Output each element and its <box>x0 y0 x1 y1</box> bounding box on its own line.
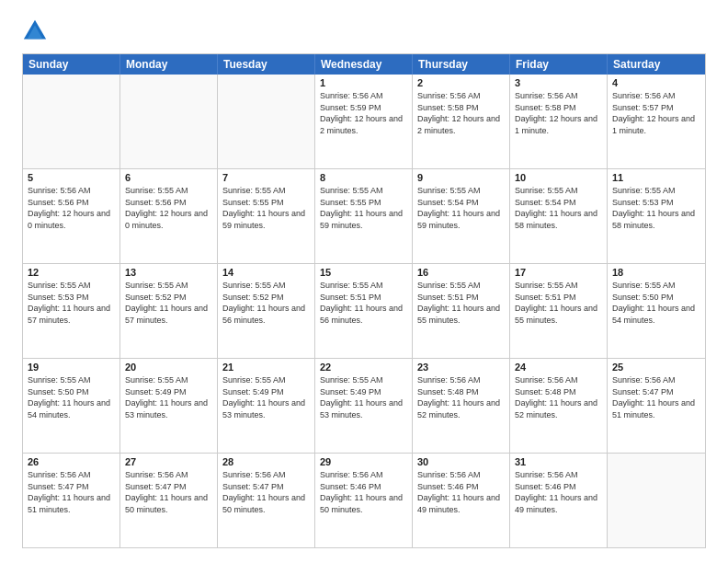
day-number: 20 <box>125 362 212 373</box>
calendar-cell: 31Sunrise: 5:56 AMSunset: 5:46 PMDayligh… <box>510 454 608 547</box>
calendar-cell: 24Sunrise: 5:56 AMSunset: 5:48 PMDayligh… <box>510 359 608 453</box>
day-info: Sunrise: 5:55 AMSunset: 5:52 PMDaylight:… <box>222 280 310 326</box>
day-info: Sunrise: 5:56 AMSunset: 5:59 PMDaylight:… <box>320 90 407 136</box>
day-number: 6 <box>125 172 212 183</box>
calendar-cell <box>23 75 120 168</box>
day-info: Sunrise: 5:55 AMSunset: 5:49 PMDaylight:… <box>320 374 407 420</box>
day-info: Sunrise: 5:56 AMSunset: 5:46 PMDaylight:… <box>417 469 505 515</box>
page: SundayMondayTuesdayWednesdayThursdayFrid… <box>0 0 728 563</box>
day-info: Sunrise: 5:56 AMSunset: 5:47 PMDaylight:… <box>28 469 115 515</box>
day-info: Sunrise: 5:56 AMSunset: 5:58 PMDaylight:… <box>515 90 602 136</box>
calendar-cell: 27Sunrise: 5:56 AMSunset: 5:47 PMDayligh… <box>120 454 218 547</box>
header-day-friday: Friday <box>510 54 608 75</box>
day-number: 17 <box>515 267 602 278</box>
day-info: Sunrise: 5:56 AMSunset: 5:47 PMDaylight:… <box>612 374 700 420</box>
calendar-cell: 21Sunrise: 5:55 AMSunset: 5:49 PMDayligh… <box>218 359 315 453</box>
calendar-cell <box>218 75 315 168</box>
day-info: Sunrise: 5:55 AMSunset: 5:49 PMDaylight:… <box>222 374 310 420</box>
day-info: Sunrise: 5:55 AMSunset: 5:54 PMDaylight:… <box>417 185 505 231</box>
calendar-cell: 25Sunrise: 5:56 AMSunset: 5:47 PMDayligh… <box>608 359 705 453</box>
day-number: 10 <box>515 172 602 183</box>
calendar-cell: 15Sunrise: 5:55 AMSunset: 5:51 PMDayligh… <box>315 264 413 358</box>
day-info: Sunrise: 5:55 AMSunset: 5:55 PMDaylight:… <box>222 185 310 231</box>
day-number: 12 <box>28 267 115 278</box>
day-info: Sunrise: 5:55 AMSunset: 5:56 PMDaylight:… <box>125 185 212 231</box>
day-number: 13 <box>125 267 212 278</box>
header-day-thursday: Thursday <box>413 54 510 75</box>
calendar-cell: 5Sunrise: 5:56 AMSunset: 5:56 PMDaylight… <box>23 169 120 263</box>
calendar-cell: 9Sunrise: 5:55 AMSunset: 5:54 PMDaylight… <box>413 169 510 263</box>
calendar-cell: 1Sunrise: 5:56 AMSunset: 5:59 PMDaylight… <box>315 75 413 168</box>
calendar-cell: 29Sunrise: 5:56 AMSunset: 5:46 PMDayligh… <box>315 454 413 547</box>
day-number: 2 <box>417 77 505 88</box>
calendar-cell: 20Sunrise: 5:55 AMSunset: 5:49 PMDayligh… <box>120 359 218 453</box>
day-number: 3 <box>515 77 602 88</box>
day-number: 29 <box>320 456 407 467</box>
calendar-cell: 6Sunrise: 5:55 AMSunset: 5:56 PMDaylight… <box>120 169 218 263</box>
header-day-wednesday: Wednesday <box>315 54 413 75</box>
calendar-header-row: SundayMondayTuesdayWednesdayThursdayFrid… <box>23 54 705 75</box>
day-number: 27 <box>125 456 212 467</box>
day-info: Sunrise: 5:55 AMSunset: 5:53 PMDaylight:… <box>612 185 700 231</box>
calendar-cell: 26Sunrise: 5:56 AMSunset: 5:47 PMDayligh… <box>23 454 120 547</box>
calendar-cell: 10Sunrise: 5:55 AMSunset: 5:54 PMDayligh… <box>510 169 608 263</box>
calendar-row-2: 12Sunrise: 5:55 AMSunset: 5:53 PMDayligh… <box>23 263 705 358</box>
header <box>22 18 706 44</box>
calendar-row-1: 5Sunrise: 5:56 AMSunset: 5:56 PMDaylight… <box>23 168 705 263</box>
header-day-tuesday: Tuesday <box>218 54 315 75</box>
calendar-cell: 14Sunrise: 5:55 AMSunset: 5:52 PMDayligh… <box>218 264 315 358</box>
day-info: Sunrise: 5:56 AMSunset: 5:47 PMDaylight:… <box>125 469 212 515</box>
day-number: 24 <box>515 362 602 373</box>
day-number: 25 <box>612 362 700 373</box>
calendar-row-0: 1Sunrise: 5:56 AMSunset: 5:59 PMDaylight… <box>23 75 705 168</box>
day-number: 19 <box>28 362 115 373</box>
day-info: Sunrise: 5:56 AMSunset: 5:57 PMDaylight:… <box>612 90 700 136</box>
day-number: 22 <box>320 362 407 373</box>
day-number: 21 <box>222 362 310 373</box>
day-number: 16 <box>417 267 505 278</box>
calendar-cell: 19Sunrise: 5:55 AMSunset: 5:50 PMDayligh… <box>23 359 120 453</box>
day-number: 5 <box>28 172 115 183</box>
calendar-cell: 30Sunrise: 5:56 AMSunset: 5:46 PMDayligh… <box>413 454 510 547</box>
day-number: 15 <box>320 267 407 278</box>
day-number: 11 <box>612 172 700 183</box>
day-info: Sunrise: 5:56 AMSunset: 5:48 PMDaylight:… <box>515 374 602 420</box>
calendar-cell: 16Sunrise: 5:55 AMSunset: 5:51 PMDayligh… <box>413 264 510 358</box>
calendar-cell: 7Sunrise: 5:55 AMSunset: 5:55 PMDaylight… <box>218 169 315 263</box>
day-info: Sunrise: 5:56 AMSunset: 5:47 PMDaylight:… <box>222 469 310 515</box>
day-info: Sunrise: 5:55 AMSunset: 5:51 PMDaylight:… <box>515 280 602 326</box>
calendar-row-4: 26Sunrise: 5:56 AMSunset: 5:47 PMDayligh… <box>23 453 705 547</box>
day-number: 28 <box>222 456 310 467</box>
calendar-cell <box>120 75 218 168</box>
day-number: 1 <box>320 77 407 88</box>
calendar-cell: 23Sunrise: 5:56 AMSunset: 5:48 PMDayligh… <box>413 359 510 453</box>
day-info: Sunrise: 5:55 AMSunset: 5:53 PMDaylight:… <box>28 280 115 326</box>
calendar-cell: 3Sunrise: 5:56 AMSunset: 5:58 PMDaylight… <box>510 75 608 168</box>
calendar-cell: 18Sunrise: 5:55 AMSunset: 5:50 PMDayligh… <box>608 264 705 358</box>
day-number: 18 <box>612 267 700 278</box>
day-info: Sunrise: 5:55 AMSunset: 5:51 PMDaylight:… <box>417 280 505 326</box>
day-number: 14 <box>222 267 310 278</box>
day-info: Sunrise: 5:56 AMSunset: 5:46 PMDaylight:… <box>515 469 602 515</box>
calendar-cell: 11Sunrise: 5:55 AMSunset: 5:53 PMDayligh… <box>608 169 705 263</box>
header-day-sunday: Sunday <box>23 54 120 75</box>
calendar-cell <box>608 454 705 547</box>
calendar-cell: 8Sunrise: 5:55 AMSunset: 5:55 PMDaylight… <box>315 169 413 263</box>
day-info: Sunrise: 5:56 AMSunset: 5:56 PMDaylight:… <box>28 185 115 231</box>
day-info: Sunrise: 5:56 AMSunset: 5:58 PMDaylight:… <box>417 90 505 136</box>
day-number: 23 <box>417 362 505 373</box>
logo-icon <box>22 18 48 44</box>
day-number: 9 <box>417 172 505 183</box>
header-day-saturday: Saturday <box>608 54 705 75</box>
calendar-cell: 2Sunrise: 5:56 AMSunset: 5:58 PMDaylight… <box>413 75 510 168</box>
day-number: 30 <box>417 456 505 467</box>
day-info: Sunrise: 5:55 AMSunset: 5:50 PMDaylight:… <box>612 280 700 326</box>
day-info: Sunrise: 5:55 AMSunset: 5:49 PMDaylight:… <box>125 374 212 420</box>
logo <box>22 18 51 44</box>
day-info: Sunrise: 5:56 AMSunset: 5:46 PMDaylight:… <box>320 469 407 515</box>
day-info: Sunrise: 5:55 AMSunset: 5:54 PMDaylight:… <box>515 185 602 231</box>
calendar-cell: 13Sunrise: 5:55 AMSunset: 5:52 PMDayligh… <box>120 264 218 358</box>
calendar-cell: 4Sunrise: 5:56 AMSunset: 5:57 PMDaylight… <box>608 75 705 168</box>
day-number: 8 <box>320 172 407 183</box>
calendar-cell: 28Sunrise: 5:56 AMSunset: 5:47 PMDayligh… <box>218 454 315 547</box>
